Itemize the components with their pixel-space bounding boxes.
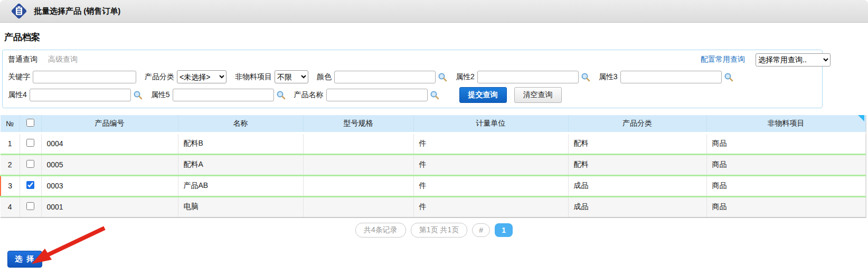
page-jump-pill[interactable]: # <box>472 223 490 237</box>
cell-unit: 件 <box>413 154 568 175</box>
attr5-input[interactable] <box>173 89 274 101</box>
select-all-checkbox[interactable] <box>26 119 34 127</box>
window-titlebar: 批量选择产品 (销售订单) <box>0 0 868 23</box>
page-info-pill: 第1页 共1页 <box>411 223 467 238</box>
cell-spec <box>303 175 413 196</box>
cell-non-material: 商品 <box>706 133 865 154</box>
table-row[interactable]: 4 0001 电脑 件 成品 商品 <box>1 196 865 217</box>
keyword-label: 关键字 <box>8 72 30 82</box>
color-magnifier-icon[interactable] <box>438 72 447 82</box>
color-label: 颜色 <box>317 72 332 82</box>
row-checkbox[interactable] <box>26 139 34 147</box>
cell-checkbox <box>20 133 41 154</box>
cell-checkbox <box>20 154 41 175</box>
cell-non-material: 商品 <box>706 196 865 217</box>
query-field-row-1: 关键字 产品分类 <未选择> 非物料项目 不限 颜色 属性2 <box>8 70 817 83</box>
cell-row-number: 3 <box>1 175 20 196</box>
attr4-magnifier-icon[interactable] <box>133 90 143 100</box>
app-clipboard-icon <box>10 2 29 21</box>
color-input[interactable] <box>334 71 436 83</box>
attr3-label: 属性3 <box>599 72 618 82</box>
cell-code: 0004 <box>41 133 178 154</box>
cell-category: 成品 <box>568 175 706 196</box>
non-material-label: 非物料项目 <box>235 72 272 82</box>
cell-spec <box>303 154 413 175</box>
column-header-category: 产品分类 <box>568 115 706 133</box>
cell-unit: 件 <box>413 175 568 196</box>
cell-spec <box>303 133 413 154</box>
cell-category: 成品 <box>568 196 706 217</box>
cell-checkbox <box>20 196 41 217</box>
current-page-button[interactable]: 1 <box>495 223 513 237</box>
column-header-code: 产品编号 <box>41 115 178 133</box>
column-header-non-material: 非物料项目 <box>706 115 865 133</box>
cell-category: 配料 <box>568 133 706 154</box>
column-header-spec: 型号规格 <box>303 115 413 133</box>
cell-non-material: 商品 <box>706 154 865 175</box>
cell-name: 产品AB <box>178 175 303 196</box>
clear-query-button[interactable]: 清空查询 <box>514 87 562 103</box>
query-panel: 普通查询 高级查询 配置常用查询 选择常用查询.. 关键字 产品分类 <未选择>… <box>2 50 823 108</box>
category-select[interactable]: <未选择> <box>177 70 227 83</box>
non-material-select[interactable]: 不限 <box>275 70 308 83</box>
table-header-row: № 产品编号 名称 型号规格 计量单位 产品分类 非物料项目 <box>1 115 865 133</box>
cell-code: 0003 <box>41 175 178 196</box>
tab-normal-query[interactable]: 普通查询 <box>8 55 37 64</box>
cell-code: 0001 <box>41 196 178 217</box>
saved-query-select[interactable]: 选择常用查询.. <box>756 53 831 67</box>
cell-row-number: 4 <box>1 196 20 217</box>
cell-unit: 件 <box>413 133 568 154</box>
attr5-magnifier-icon[interactable] <box>276 90 286 100</box>
cell-row-number: 1 <box>1 133 20 154</box>
attr2-label: 属性2 <box>456 72 475 82</box>
window-title: 批量选择产品 (销售订单) <box>34 6 120 16</box>
cell-checkbox <box>20 175 41 196</box>
page-title: 产品档案 <box>4 31 868 43</box>
row-checkbox[interactable] <box>26 181 34 189</box>
submit-query-button[interactable]: 提交查询 <box>459 87 507 103</box>
product-name-label: 产品名称 <box>294 90 324 100</box>
table-row-selected[interactable]: 3 0003 产品AB 件 成品 商品 <box>1 175 865 196</box>
attr4-input[interactable] <box>30 89 131 101</box>
attr2-input[interactable] <box>477 71 579 83</box>
attr2-magnifier-icon[interactable] <box>581 72 590 82</box>
cell-name: 配料B <box>178 133 303 154</box>
results-table: № 产品编号 名称 型号规格 计量单位 产品分类 非物料项目 1 0004 配料… <box>0 115 866 218</box>
table-row[interactable]: 1 0004 配料B 件 配料 商品 <box>1 133 865 154</box>
cell-unit: 件 <box>413 196 568 217</box>
attr3-magnifier-icon[interactable] <box>724 72 733 82</box>
row-checkbox[interactable] <box>26 202 34 210</box>
configure-common-query-link[interactable]: 配置常用查询 <box>701 55 745 64</box>
product-name-input[interactable] <box>326 89 428 101</box>
column-header-name: 名称 <box>178 115 303 133</box>
cell-row-number: 2 <box>1 154 20 175</box>
cell-name: 配料A <box>178 154 303 175</box>
query-field-row-2: 属性4 属性5 产品名称 提交查询 清空查询 <box>8 87 817 103</box>
cell-name: 电脑 <box>178 196 303 217</box>
header-corner-marker-icon <box>858 115 864 121</box>
footer-area: 选 择 <box>0 238 868 274</box>
attr5-label: 属性5 <box>151 90 170 100</box>
keyword-input[interactable] <box>33 71 136 83</box>
column-header-checkbox <box>20 115 41 133</box>
attr4-label: 属性4 <box>8 90 27 100</box>
table-row[interactable]: 2 0005 配料A 件 配料 商品 <box>1 154 865 175</box>
product-name-magnifier-icon[interactable] <box>430 90 439 100</box>
pagination-bar: 共4条记录 第1页 共1页 # 1 <box>0 223 868 238</box>
total-records-pill: 共4条记录 <box>355 223 406 238</box>
column-header-unit: 计量单位 <box>413 115 568 133</box>
category-label: 产品分类 <box>145 72 174 82</box>
column-header-no: № <box>1 115 20 133</box>
row-checkbox[interactable] <box>26 160 34 168</box>
attr3-input[interactable] <box>620 71 722 83</box>
cell-spec <box>303 196 413 217</box>
query-tab-row: 普通查询 高级查询 配置常用查询 选择常用查询.. <box>8 53 817 67</box>
tab-advanced-query[interactable]: 高级查询 <box>48 55 78 64</box>
cell-category: 配料 <box>568 154 706 175</box>
cell-code: 0005 <box>41 154 178 175</box>
select-button[interactable]: 选 择 <box>7 251 42 268</box>
cell-non-material: 商品 <box>706 175 865 196</box>
